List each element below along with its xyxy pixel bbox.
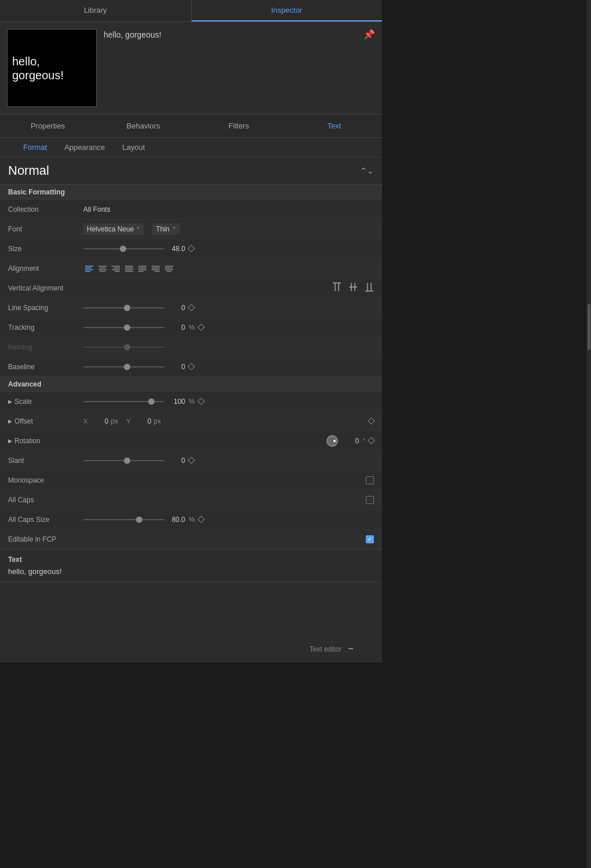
tab-text[interactable]: Text — [287, 115, 382, 137]
section-basic-formatting: Basic Formatting — [0, 185, 382, 200]
scale-keyframe[interactable] — [197, 398, 205, 405]
content-size: 48.0 — [83, 245, 374, 253]
line-spacing-slider[interactable] — [83, 304, 164, 312]
value-line-spacing: 0 — [168, 304, 185, 312]
tracking-thumb[interactable] — [124, 324, 130, 330]
valign-middle-button[interactable] — [348, 282, 358, 294]
rotation-expand-arrow[interactable]: ▶ — [8, 438, 12, 444]
alignment-buttons — [83, 263, 175, 274]
text-editor-line — [348, 648, 353, 649]
rotation-dot — [333, 440, 336, 442]
unit-all-caps-size: % — [189, 516, 195, 524]
valign-top-button[interactable] — [332, 282, 342, 294]
slant-slider[interactable] — [83, 457, 164, 465]
value-size: 48.0 — [168, 245, 185, 253]
offset-expand-arrow[interactable]: ▶ — [8, 418, 12, 424]
all-caps-size-keyframe[interactable] — [197, 516, 205, 523]
editable-fcp-checkbox[interactable] — [366, 535, 374, 543]
rotation-dial[interactable] — [326, 435, 338, 447]
value-slant: 0 — [168, 457, 185, 465]
scale-expand-arrow[interactable]: ▶ — [8, 399, 12, 404]
row-collection: Collection All Fonts — [0, 200, 382, 219]
tab-properties[interactable]: Properties — [0, 115, 96, 137]
row-kerning: Kerning — [0, 337, 382, 357]
row-tracking: Tracking 0 % — [0, 318, 382, 337]
content-tracking: 0 % — [83, 323, 374, 332]
row-editable-fcp: Editable in FCP — [0, 529, 382, 549]
content-rotation: 0 ° — [83, 435, 374, 447]
align-right-button[interactable] — [110, 263, 122, 274]
content-monospace — [83, 476, 374, 484]
row-font: Font Helvetica Neue ⌃ Thin ⌃ — [0, 219, 382, 239]
tracking-slider[interactable] — [83, 323, 164, 332]
align-justify-all-button[interactable] — [163, 263, 175, 274]
offset-keyframe[interactable] — [368, 417, 375, 425]
size-slider-thumb[interactable] — [120, 245, 126, 252]
unit-offset-y: px — [153, 417, 161, 425]
slant-keyframe[interactable] — [188, 457, 195, 464]
style-selector[interactable]: Normal ⌃⌄ — [0, 157, 382, 185]
row-monospace: Monospace — [0, 470, 382, 490]
label-collection: Collection — [8, 205, 83, 214]
text-editor-label: Text editor — [310, 645, 342, 653]
rotation-keyframe[interactable] — [368, 437, 375, 444]
row-line-spacing: Line Spacing 0 — [0, 298, 382, 318]
scale-thumb[interactable] — [148, 398, 155, 404]
align-justify-right-button[interactable] — [150, 263, 161, 274]
style-name: Normal — [8, 163, 49, 178]
line-spacing-thumb[interactable] — [124, 304, 130, 311]
preview-canvas: hello, gorgeous! — [7, 29, 97, 107]
subtab-appearance[interactable]: Appearance — [64, 143, 105, 152]
value-baseline: 0 — [168, 363, 185, 371]
label-kerning: Kerning — [8, 343, 83, 351]
content-all-caps-size: 80.0 % — [83, 516, 374, 524]
align-center-button[interactable] — [97, 263, 108, 274]
subtab-layout[interactable]: Layout — [122, 143, 145, 152]
label-font: Font — [8, 225, 83, 233]
inspector-tab-bar: Properties Behaviors Filters Text — [0, 115, 382, 138]
unit-tracking: % — [189, 323, 195, 332]
style-chevron-icon[interactable]: ⌃⌄ — [360, 166, 374, 175]
label-offset: ▶ Offset — [8, 417, 83, 425]
subtab-format[interactable]: Format — [23, 143, 47, 152]
label-vertical-alignment: Vertical Alignment — [8, 284, 83, 292]
align-left-button[interactable] — [83, 263, 95, 274]
value-offset-y: 0 — [134, 417, 151, 425]
valign-bottom-button[interactable] — [365, 282, 374, 294]
all-caps-size-thumb[interactable] — [136, 516, 142, 523]
size-slider[interactable] — [83, 245, 164, 253]
line-spacing-keyframe[interactable] — [188, 304, 195, 311]
tab-library[interactable]: Library — [0, 0, 192, 21]
slant-thumb[interactable] — [124, 457, 130, 464]
scale-slider[interactable] — [83, 398, 164, 406]
baseline-slider[interactable] — [83, 363, 164, 371]
align-justify-button[interactable] — [123, 263, 135, 274]
font-weight-select[interactable]: Thin ⌃ — [152, 223, 179, 235]
tab-filters[interactable]: Filters — [191, 115, 287, 137]
size-keyframe[interactable] — [188, 245, 195, 252]
pin-icon[interactable]: 📌 — [364, 29, 375, 40]
all-caps-checkbox[interactable] — [366, 496, 374, 504]
content-editable-fcp — [83, 535, 374, 543]
preview-info: hello, gorgeous! 📌 — [104, 29, 375, 40]
label-editable-fcp: Editable in FCP — [8, 535, 83, 543]
baseline-keyframe[interactable] — [188, 363, 195, 370]
label-tracking: Tracking — [8, 323, 83, 332]
tab-inspector[interactable]: Inspector — [192, 0, 383, 21]
all-caps-size-slider[interactable] — [83, 516, 164, 524]
baseline-thumb[interactable] — [124, 363, 130, 370]
text-preview-content[interactable]: hello, gorgeous! — [8, 567, 374, 576]
row-baseline: Baseline 0 — [0, 357, 382, 377]
tracking-keyframe[interactable] — [197, 323, 205, 331]
row-vertical-alignment: Vertical Alignment — [0, 278, 382, 298]
value-all-caps-size: 80.0 — [168, 516, 185, 524]
label-slant: Slant — [8, 457, 83, 465]
tab-behaviors[interactable]: Behaviors — [96, 115, 191, 137]
content-alignment — [83, 263, 374, 274]
align-justify-left-button[interactable] — [137, 263, 148, 274]
content-kerning — [83, 343, 374, 351]
content-slant: 0 — [83, 457, 374, 465]
monospace-checkbox[interactable] — [366, 476, 374, 484]
font-family-select[interactable]: Helvetica Neue ⌃ — [83, 223, 144, 235]
label-x: X — [83, 418, 87, 425]
